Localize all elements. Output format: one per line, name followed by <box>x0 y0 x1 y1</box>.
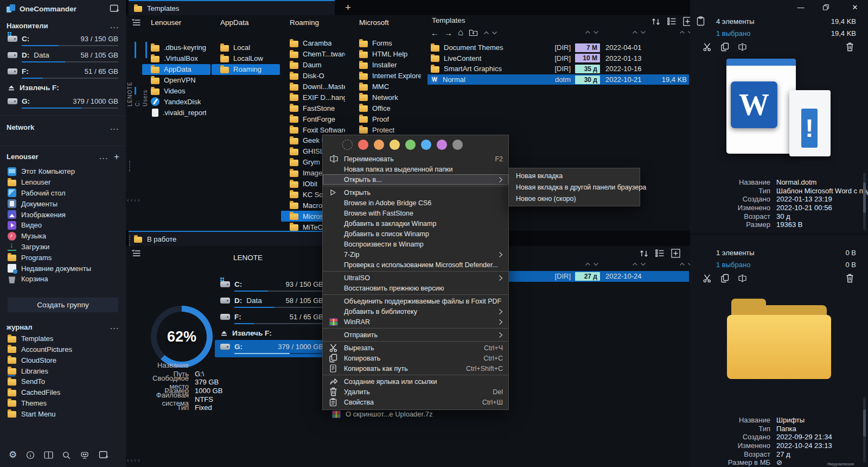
copy-icon[interactable] <box>721 274 729 283</box>
sidebar-item-downloads[interactable]: Загрузки <box>7 242 119 253</box>
column-item[interactable]: FastStone <box>281 103 349 113</box>
color-tag-swatch[interactable] <box>374 140 384 150</box>
journal-folder-item[interactable]: Themes <box>7 398 119 409</box>
column-item[interactable]: Caramba <box>281 38 349 49</box>
column-item[interactable]: Videos <box>142 86 210 97</box>
collapse-chevrons[interactable]: ‹‹‹‹ <box>127 457 142 463</box>
menu-item[interactable]: Отправить <box>323 330 508 340</box>
column-item[interactable]: Network <box>350 92 425 103</box>
sort-icon[interactable] <box>639 249 649 258</box>
rename-icon[interactable] <box>738 274 747 282</box>
color-tag-swatch[interactable] <box>437 140 447 150</box>
menu-item[interactable]: UltraISO <box>323 273 508 283</box>
color-tag-swatch[interactable] <box>358 140 368 150</box>
color-tag-swatch[interactable] <box>405 140 416 150</box>
sort-date-chevrons[interactable] <box>632 262 646 266</box>
tab-in-progress[interactable]: В работе <box>129 231 335 246</box>
column-item[interactable]: FontForge <box>281 113 349 124</box>
journal-folder-item[interactable]: CachedFiles <box>7 387 119 398</box>
color-tag-swatch[interactable] <box>452 140 463 150</box>
paste-icon[interactable] <box>697 16 705 26</box>
back-icon[interactable]: ← <box>431 28 439 37</box>
delete-trash-icon[interactable] <box>846 274 854 283</box>
menu-item[interactable]: Открыть в... <box>323 174 508 185</box>
notifications-label[interactable]: Уведомления <box>827 462 854 466</box>
sidebar-item-folder[interactable]: Programs <box>7 252 119 263</box>
menu-item[interactable]: Browse with FastStone <box>323 208 508 218</box>
color-tag-swatch[interactable] <box>421 140 431 150</box>
new-item-icon[interactable] <box>671 249 680 258</box>
column-item[interactable]: Forms <box>350 38 425 49</box>
sidebar-item-music[interactable]: Музыка <box>7 231 119 242</box>
sidebar-item-pictures[interactable]: Изображения <box>7 209 119 220</box>
column-item[interactable]: .vivaldi_reporti... <box>142 107 210 118</box>
menu-item[interactable]: ПереименоватьF2 <box>323 154 508 164</box>
new-window-icon[interactable] <box>110 4 119 13</box>
new-tab-button[interactable]: + <box>345 2 351 14</box>
menu-item[interactable]: СвойстваCtrl+Ш <box>323 397 508 407</box>
column-item[interactable]: HTML Help <box>350 49 425 60</box>
drive-item[interactable]: G:379 / 1000 GB <box>7 94 119 111</box>
sidebar-item-video[interactable]: Видео <box>7 220 119 231</box>
menu-item[interactable]: КопироватьCtrl+C <box>323 353 508 363</box>
user-add-icon[interactable]: + <box>114 154 119 160</box>
drive-item[interactable]: C:93 / 150 GB <box>219 277 324 294</box>
journal-folder-item[interactable]: Libraries <box>7 365 119 376</box>
menu-item[interactable]: Восстановить прежнюю версию <box>323 283 508 293</box>
journal-folder-item[interactable]: AccountPictures <box>7 344 119 355</box>
sidebar-item-recent[interactable]: Недавние документы <box>7 263 119 274</box>
column-item[interactable]: Protect <box>350 124 425 135</box>
drag-handle-dots[interactable] <box>129 161 131 172</box>
sidebar-item-recycle[interactable]: Корзина <box>7 274 119 285</box>
journal-folder-item[interactable]: SendTo <box>7 376 119 387</box>
scrollbar[interactable] <box>863 173 866 230</box>
menu-item[interactable]: Объединить поддерживаемые файлы в Foxit … <box>323 296 508 306</box>
view-mode-icon[interactable] <box>667 17 676 26</box>
folder-up-icon[interactable] <box>469 29 478 36</box>
sort-chevrons-icon[interactable] <box>483 31 497 35</box>
journal-folder-item[interactable]: CloudStore <box>7 355 119 365</box>
column-item[interactable]: OpenVPN <box>142 75 210 86</box>
copy-icon[interactable] <box>721 42 729 52</box>
sort-icon[interactable] <box>651 17 661 26</box>
column-item[interactable]: Proof <box>350 113 425 124</box>
column-item[interactable]: Internet Explorer <box>350 71 425 81</box>
user-more-icon[interactable]: ... <box>99 155 108 159</box>
column-item[interactable]: Installer <box>350 60 425 71</box>
submenu-item[interactable]: Новое окно (скоро) <box>509 193 640 204</box>
menu-item[interactable]: УдалитьDel <box>323 387 508 397</box>
archive-file-row[interactable]: О скриншот...е Uploader.7z <box>332 410 433 418</box>
journal-more-icon[interactable]: ... <box>110 325 119 329</box>
sidebar-item-folder[interactable]: Lenouser <box>7 177 119 188</box>
column-item[interactable]: MMC <box>350 81 425 92</box>
home-icon[interactable]: ⌂ <box>458 27 463 38</box>
tab-templates[interactable]: Templates <box>129 0 335 15</box>
column-item[interactable]: Foxit Software <box>281 124 349 135</box>
submenu-item[interactable]: Новая вкладка <box>509 170 640 181</box>
menu-item[interactable]: Воспроизвести в Winamp <box>323 239 508 249</box>
submenu-item[interactable]: Новая вкладка в другой панели браузера <box>509 181 640 193</box>
file-row[interactable]: SmartArt Graphics[DIR]35 д2022-10-16 <box>427 64 689 74</box>
drive-item[interactable]: C:93 / 150 GB <box>7 32 119 48</box>
delete-trash-icon[interactable] <box>846 42 854 52</box>
eject-drive-row[interactable]: Извлечь F: <box>219 326 324 340</box>
menu-item[interactable]: WinRAR <box>323 317 508 327</box>
sort-type-chevrons[interactable] <box>585 30 599 34</box>
file-row[interactable]: Document Themes[DIR]7 М2022-04-01 <box>427 42 689 53</box>
sidebar-item-documents[interactable]: Документы <box>7 198 119 209</box>
column-item[interactable]: Roaming <box>212 64 280 75</box>
menu-item[interactable]: Добавить в список Winamp <box>323 229 508 239</box>
drive-item[interactable]: F:51 / 65 GB <box>7 65 119 81</box>
menu-item[interactable]: Создание ярлыка или ссылки <box>323 376 508 387</box>
minimize-button[interactable]: — <box>795 3 806 11</box>
column-item[interactable]: .dbus-keyrings <box>142 42 210 53</box>
menu-item[interactable]: Добавить в библиотеку <box>323 306 508 317</box>
menu-item[interactable]: ВырезатьCtrl+Ч <box>323 343 508 353</box>
network-more-icon[interactable]: ... <box>110 126 119 129</box>
split-view-icon[interactable] <box>44 451 53 459</box>
column-item[interactable]: YandexDisk <box>142 96 210 107</box>
panel-menu-icon[interactable] <box>131 249 141 257</box>
info-icon[interactable] <box>26 451 35 459</box>
settings-gear-icon[interactable]: ⚙ <box>9 451 17 459</box>
menu-item[interactable]: Копировать как путьCtrl+Shift+C <box>323 363 508 374</box>
